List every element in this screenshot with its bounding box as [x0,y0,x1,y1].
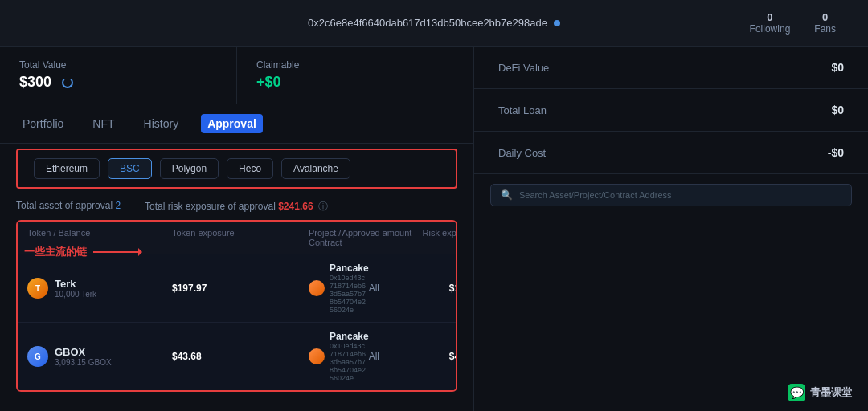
claimable-label: Claimable [256,59,454,71]
project-addr2: 0x10ed43c718714eb63d5aa57b78b54704e25602… [330,342,369,382]
project-name2: Pancake [330,331,369,342]
wallet-address-text: 0x2c6e8e4f6640dab617d13db50bcee2bb7e298a… [308,17,547,29]
daily-cost-label: Daily Cost [498,147,546,159]
claimable-value: +$0 [256,74,454,91]
token-icon-terk: T [27,278,48,299]
risk-exposure-value: $241.66 [278,201,313,212]
wechat-icon: 💬 [788,384,805,401]
token-name-gbox: GBOX [55,346,112,358]
daily-cost-amount: -$0 [828,146,844,159]
project-name1: Pancake [330,262,369,274]
tab-portfolio[interactable]: Portfolio [16,114,70,133]
fans-stat[interactable]: 0 Fans [814,11,836,35]
approved-amount-1: All [369,283,449,294]
claimable-card: Claimable +$0 [237,47,473,104]
token-info-gbox: GBOX 3,093.15 GBOX [55,346,112,367]
watermark-text: 青墨课堂 [810,385,852,400]
refresh-icon[interactable] [62,77,73,88]
defi-value-card: DeFi Value $0 [474,47,868,89]
risk-exposure-label: Total risk exposure of approval $241.66 … [145,200,328,214]
defi-value-amount: $0 [831,61,844,74]
header: 0x2c6e8e4f6640dab617d13db50bcee2bb7e298a… [0,0,868,47]
chain-selector: Ethereum BSC Polygon Heco Avalanche [16,149,457,189]
total-asset-label: Total asset of approval 2 [16,200,121,214]
chain-btn-heco[interactable]: Heco [227,158,273,179]
project-icon-pancake1 [309,280,325,296]
main-content: Total Value $300 Claimable +$0 Portfolio… [0,47,868,411]
col-approved: Approved amount [342,228,423,247]
following-count: 0 [767,11,772,23]
col-token: Token / Balance [27,228,172,247]
wallet-address-display: 0x2c6e8e4f6640dab617d13db50bcee2bb7e298a… [308,17,560,29]
project-icon-pancake2 [309,348,325,364]
token-cell-terk: T Terk 10,000 Terk [27,278,172,299]
project-addr1: 0x10ed43c718714eb63d5aa57b78b54704e25602… [330,274,369,314]
project-info-pancake2: Pancake 0x10ed43c718714eb63d5aa57b78b547… [330,331,369,382]
total-asset-count: 2 [115,200,121,211]
project-cell-pancake2: Pancake 0x10ed43c718714eb63d5aa57b78b547… [309,331,369,382]
wallet-status-dot [554,20,560,26]
tab-nft[interactable]: NFT [86,114,121,133]
defi-value-label: DeFi Value [498,62,549,74]
chain-btn-bsc[interactable]: BSC [108,158,152,179]
total-value-label: Total Value [19,59,217,71]
following-label: Following [750,23,791,35]
right-panel: DeFi Value $0 Total Loan $0 Daily Cost -… [474,47,868,411]
tab-history[interactable]: History [137,114,186,133]
daily-cost-card: Daily Cost -$0 [474,132,868,174]
watermark: 💬 青墨课堂 [788,384,852,401]
token-info-terk: Terk 10,000 Terk [55,278,96,299]
search-placeholder: Search Asset/Project/Contract Address [519,190,672,200]
approval-section: Total asset of approval 2 Total risk exp… [0,193,473,392]
approval-summary-bar: Total asset of approval 2 Total risk exp… [16,200,457,214]
project-cell-pancake1: Pancake 0x10ed43c718714eb63d5aa57b78b547… [309,262,369,314]
risk-value-1: $197.97 [449,283,457,294]
table-row: T Terk 10,000 Terk $197.97 Pancake 0x10e… [18,254,456,323]
total-loan-amount: $0 [831,104,844,116]
risk-value-2: $43.68 [449,351,457,362]
token-balance-terk: 10,000 Terk [55,290,96,299]
token-exposure-terk: $197.97 [172,283,309,294]
token-cell-gbox: G GBOX 3,093.15 GBOX [27,346,172,367]
chain-btn-ethereum[interactable]: Ethereum [34,158,100,179]
tab-bar: Portfolio NFT History Approval [0,104,473,144]
left-panel: Total Value $300 Claimable +$0 Portfolio… [0,47,474,411]
total-value-card: Total Value $300 [0,47,237,104]
col-risk: Risk exposure [423,228,457,247]
fans-count: 0 [822,11,828,23]
following-stat[interactable]: 0 Following [750,11,791,35]
token-exposure-gbox: $43.68 [172,351,309,362]
table-row: G GBOX 3,093.15 GBOX $43.68 Pancake 0x10… [18,323,456,390]
token-icon-gbox: G [27,346,48,367]
token-name-terk: Terk [55,278,96,290]
info-icon: ⓘ [318,201,328,212]
total-value-amount: $300 [19,74,217,91]
token-balance-gbox: 3,093.15 GBOX [55,358,112,367]
col-exposure: Token exposure [172,228,309,247]
header-stats: 0 Following 0 Fans [750,11,836,35]
tab-approval[interactable]: Approval [201,114,263,133]
table-header-row: Token / Balance Token exposure Project /… [18,222,456,254]
search-bar[interactable]: 🔍 Search Asset/Project/Contract Address [490,184,852,206]
summary-row: Total Value $300 Claimable +$0 [0,47,473,104]
project-info-pancake1: Pancake 0x10ed43c718714eb63d5aa57b78b547… [330,262,369,314]
total-loan-label: Total Loan [498,104,547,116]
col-project: Project / Contract [309,228,342,247]
approved-amount-2: All [369,351,449,362]
total-loan-card: Total Loan $0 [474,89,868,132]
fans-label: Fans [814,23,836,35]
search-icon: 🔍 [501,189,513,201]
approval-table: Token / Balance Token exposure Project /… [16,220,457,392]
chain-btn-polygon[interactable]: Polygon [160,158,219,179]
chain-btn-avalanche[interactable]: Avalanche [281,158,350,179]
